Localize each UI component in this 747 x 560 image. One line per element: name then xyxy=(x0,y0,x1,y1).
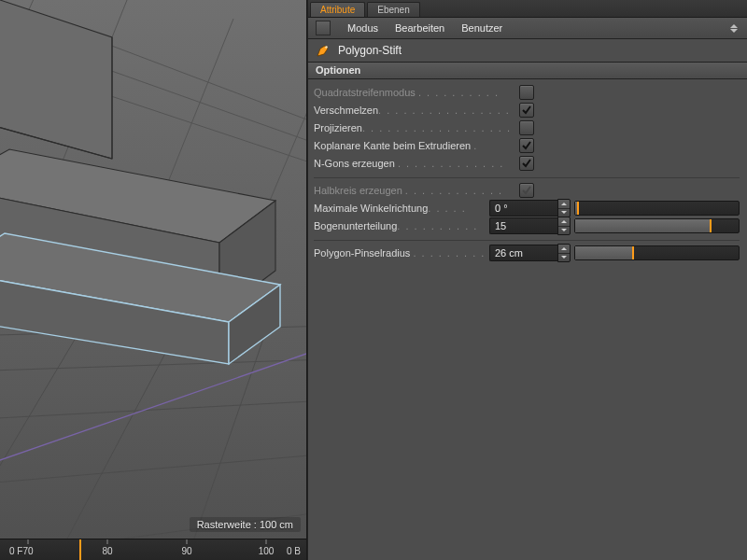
input-bogen[interactable]: 15 xyxy=(489,217,557,234)
slider-bogen[interactable] xyxy=(574,218,740,233)
opt-ngons: N-Gons erzeugen . . . . . . . . . . . . … xyxy=(314,155,740,172)
svg-line-2 xyxy=(0,392,306,420)
svg-line-5 xyxy=(0,308,93,539)
input-pinsel[interactable]: 26 cm xyxy=(489,245,557,261)
menubar-grid-icon[interactable] xyxy=(316,21,331,35)
opt-projizieren: Projizieren. . . . . . . . . . . . . . .… xyxy=(314,119,740,136)
svg-line-1 xyxy=(0,355,306,371)
ruler-tick-label: 70 xyxy=(22,546,33,556)
ruler-tick-label: 100 xyxy=(259,546,275,556)
history-arrows-icon[interactable] xyxy=(730,21,740,35)
opt-koplanar: Koplanare Kante beim Extrudieren . xyxy=(314,137,740,154)
opt-quadratstreifenmodus: Quadratstreifenmodus . . . . . . . . . . xyxy=(314,84,740,101)
spinner-pinsel[interactable] xyxy=(557,244,571,262)
input-max-winkel[interactable]: 0 ° xyxy=(489,200,557,217)
svg-line-14 xyxy=(159,19,233,205)
menu-modus[interactable]: Modus xyxy=(347,22,378,34)
tab-ebenen[interactable]: Ebenen xyxy=(367,2,419,17)
app-root: Rasterweite : 100 cm 70 80 90 100 0 F 0 … xyxy=(0,0,747,560)
spinner-max-winkel[interactable] xyxy=(557,199,571,217)
svg-line-3 xyxy=(0,439,306,485)
viewport-canvas[interactable] xyxy=(0,0,306,560)
ruler-lead-label: 0 F xyxy=(9,546,22,556)
viewport-hud-gridsize: Rasterweite : 100 cm xyxy=(190,517,301,532)
menu-benutzer[interactable]: Benutzer xyxy=(461,22,502,34)
slider-max-winkel[interactable] xyxy=(574,201,740,216)
viewport-geometry xyxy=(0,0,306,539)
checkbox-ngons[interactable] xyxy=(519,156,534,171)
svg-point-28 xyxy=(325,46,328,49)
tool-name: Polygon-Stift xyxy=(338,44,402,57)
svg-marker-17 xyxy=(0,0,112,159)
polygon-pen-icon xyxy=(316,43,331,58)
checkbox-projizieren[interactable] xyxy=(519,120,534,135)
opt-verschmelzen: Verschmelzen. . . . . . . . . . . . . . … xyxy=(314,102,740,119)
options-body: Quadratstreifenmodus . . . . . . . . . .… xyxy=(308,79,747,560)
section-optionen[interactable]: Optionen xyxy=(308,62,747,79)
menu-bearbeiten[interactable]: Bearbeiten xyxy=(395,22,444,34)
timeline-ruler[interactable]: 70 80 90 100 0 F 0 B xyxy=(0,539,306,560)
ruler-trail-label: 0 B xyxy=(287,546,301,556)
opt-max-winkel: Maximale Winkelrichtung. . . . . 0 ° xyxy=(314,200,740,217)
opt-pinsel: Polygon-Pinselradius . . . . . . . . . 2… xyxy=(314,245,740,261)
checkbox-verschmelzen[interactable] xyxy=(519,103,534,118)
checkbox-quadratstreifenmodus[interactable] xyxy=(519,85,534,100)
tool-header: Polygon-Stift xyxy=(308,39,747,62)
separator xyxy=(314,177,740,178)
spinner-bogen[interactable] xyxy=(557,217,571,235)
slider-pinsel[interactable] xyxy=(574,245,740,260)
panel-menubar: Modus Bearbeiten Benutzer xyxy=(308,18,747,39)
separator xyxy=(314,240,740,241)
attribute-panel: Attribute Ebenen Modus Bearbeiten Benutz… xyxy=(307,0,747,560)
checkbox-halbkreis[interactable] xyxy=(519,183,534,198)
tab-attribute[interactable]: Attribute xyxy=(310,2,365,17)
checkbox-koplanar[interactable] xyxy=(519,138,534,153)
opt-bogen: Bogenunterteilung. . . . . . . . . . 15 xyxy=(314,217,740,234)
opt-halbkreis: Halbkreis erzeugen . . . . . . . . . . .… xyxy=(314,182,740,199)
ruler-tick-label: 90 xyxy=(181,546,191,556)
ruler-tick-label: 80 xyxy=(102,546,112,556)
panel-tabs: Attribute Ebenen xyxy=(308,0,747,18)
timeline-cursor[interactable] xyxy=(79,539,81,560)
viewport-3d[interactable]: Rasterweite : 100 cm 70 80 90 100 0 F 0 … xyxy=(0,0,307,560)
